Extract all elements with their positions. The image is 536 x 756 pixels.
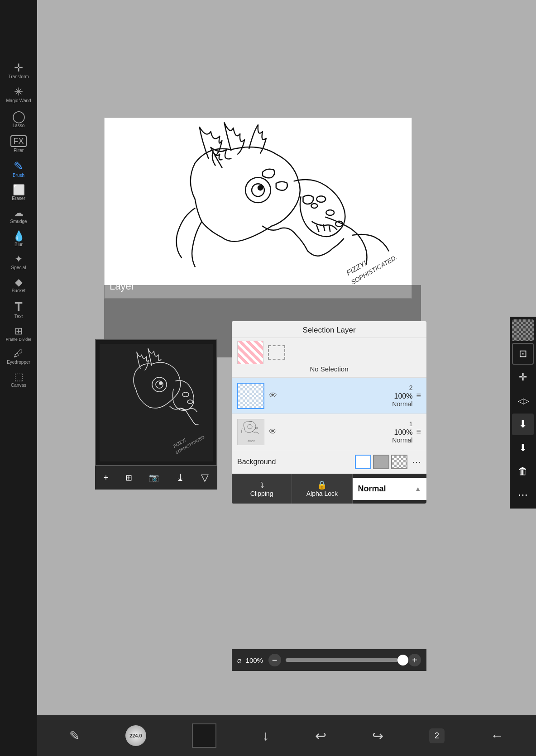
- thumbnail-preview-panel[interactable]: FIZZY! SOPHISTICATED.: [95, 339, 217, 466]
- layer-2-visibility-toggle[interactable]: 👁: [269, 391, 277, 400]
- color-swatch[interactable]: [192, 723, 216, 748]
- tool-transform[interactable]: ✛ Transform: [1, 59, 36, 83]
- blur-icon: 💧: [13, 231, 25, 241]
- filter-icon: FX: [10, 135, 26, 147]
- alpha-increase-button[interactable]: +: [408, 654, 421, 666]
- eyedropper-icon: 🖊: [14, 349, 24, 359]
- layer-1-menu-button[interactable]: ≡: [416, 427, 421, 437]
- svg-point-1: [252, 184, 264, 196]
- text-icon: T: [14, 300, 22, 313]
- alpha-slider-track[interactable]: [286, 658, 404, 662]
- merge-button[interactable]: ⤓: [174, 470, 186, 485]
- special-icon: ✦: [14, 254, 23, 264]
- eraser-icon: ⬜: [13, 185, 25, 195]
- tool-text[interactable]: T Text: [1, 297, 36, 323]
- redo-button[interactable]: ↪: [372, 728, 383, 744]
- add-layer-button[interactable]: +: [102, 471, 110, 485]
- reference-button[interactable]: ⊡: [512, 343, 534, 365]
- background-white-option[interactable]: [355, 455, 371, 469]
- selection-empty-indicator: [268, 345, 285, 360]
- background-row[interactable]: Background ⋯: [232, 450, 426, 474]
- more-options-button[interactable]: ⋯: [512, 484, 534, 506]
- layer-1-thumbnail: FIZZY!: [237, 419, 264, 445]
- tool-filter[interactable]: FX Filter: [1, 132, 36, 157]
- tool-blur[interactable]: 💧 Blur: [1, 228, 36, 251]
- layer-2-thumbnail: [237, 383, 264, 409]
- alpha-lock-button[interactable]: 🔒 Alpha Lock: [292, 474, 352, 504]
- background-color-options: [355, 455, 407, 469]
- tool-special[interactable]: ✦ Special: [1, 251, 36, 274]
- merge-down-button[interactable]: ⬇: [512, 414, 534, 435]
- move-canvas-button[interactable]: ✛: [512, 366, 534, 388]
- camera-button[interactable]: 📷: [147, 471, 161, 485]
- page-count-badge[interactable]: 2: [429, 728, 445, 743]
- alpha-slider-fill: [286, 658, 398, 662]
- brush-size-indicator[interactable]: 224.0: [125, 725, 146, 746]
- transparency-toggle-button[interactable]: [512, 319, 534, 341]
- right-panel-toolbar: ⊡ ✛ ◁▷ ⬇ ⬇ 🗑 ⋯: [510, 317, 536, 509]
- background-label: Background: [237, 458, 355, 466]
- blend-mode-button[interactable]: Normal ▲: [353, 478, 427, 500]
- tool-brush[interactable]: ✎ Brush: [1, 157, 36, 181]
- add-group-button[interactable]: ⊞: [124, 471, 134, 485]
- layer-1-visibility-toggle[interactable]: 👁: [269, 427, 277, 437]
- drawing-canvas[interactable]: FIZZY! SOPHISTICATED.: [104, 118, 412, 299]
- alpha-value: 100%: [246, 656, 264, 664]
- undo-icon: ↩: [315, 728, 326, 744]
- smudge-icon: ☁: [14, 208, 24, 218]
- selection-layer-row[interactable]: [232, 338, 426, 365]
- background-more-button[interactable]: ⋯: [412, 456, 421, 467]
- layers-panel: Selection Layer No Selection 👁 2 100% No…: [232, 321, 426, 504]
- blend-mode-chevron-icon: ▲: [415, 485, 421, 492]
- lasso-icon: ◯: [12, 110, 25, 122]
- layer-2-info: 2 100% Normal: [281, 384, 412, 408]
- main-canvas-area: FIZZY! SOPHISTICATED. Layer: [37, 0, 536, 756]
- svg-point-6: [311, 204, 317, 208]
- tool-magic-wand[interactable]: ✳ Magic Wand: [1, 83, 36, 107]
- export-button[interactable]: ⬇: [512, 437, 534, 459]
- tool-smudge[interactable]: ☁ Smudge: [1, 204, 36, 228]
- delete-layer-button[interactable]: 🗑: [512, 461, 534, 482]
- tool-frame-divider[interactable]: ⊞ Frame Divider: [1, 323, 36, 345]
- back-button[interactable]: ←: [490, 728, 504, 743]
- flip-horizontal-button[interactable]: ◁▷: [512, 390, 534, 412]
- bottom-navigation-bar: ✎ 224.0 ↓ ↩ ↪ 2 ←: [37, 715, 536, 756]
- tool-eraser[interactable]: ⬜ Eraser: [1, 181, 36, 204]
- flatten-button[interactable]: ▽: [199, 470, 211, 485]
- stylus-settings-button[interactable]: ✎: [69, 728, 80, 743]
- svg-point-2: [258, 185, 263, 190]
- clipping-icon: ⤵: [235, 480, 288, 490]
- svg-point-3: [316, 196, 325, 202]
- tool-bucket[interactable]: ◆ Bucket: [1, 274, 36, 297]
- undo-button[interactable]: ↩: [315, 728, 326, 744]
- svg-point-4: [326, 210, 334, 215]
- layer-2-row[interactable]: 👁 2 100% Normal ≡: [232, 377, 426, 414]
- alpha-slider-thumb[interactable]: [397, 655, 408, 666]
- clipping-button[interactable]: ⤵ Clipping: [232, 474, 292, 504]
- no-selection-label: No Selection: [310, 363, 348, 376]
- layer-2-menu-button[interactable]: ≡: [416, 391, 421, 400]
- alpha-lock-icon: 🔒: [296, 480, 348, 490]
- back-arrow-icon: ←: [490, 728, 504, 743]
- background-transparent-option[interactable]: [391, 455, 407, 469]
- thumbnail-content: FIZZY! SOPHISTICATED.: [96, 340, 216, 465]
- down-arrow-button[interactable]: ↓: [262, 728, 269, 743]
- magic-wand-icon: ✳: [14, 86, 23, 97]
- layer-overlay-label: Layer: [104, 277, 140, 296]
- svg-text:FIZZY!: FIZZY!: [248, 440, 255, 442]
- svg-point-0: [245, 177, 271, 203]
- tool-eyedropper[interactable]: 🖊 Eyedropper: [1, 345, 36, 368]
- redo-icon: ↪: [372, 728, 383, 744]
- thumbnail-toolbar: + ⊞ 📷 ⤓ ▽: [95, 466, 217, 490]
- tool-canvas[interactable]: ⬚ Canvas: [1, 368, 36, 391]
- layer-1-row[interactable]: FIZZY! 👁 1 100% Normal ≡: [232, 414, 426, 450]
- background-gray-option[interactable]: [373, 455, 389, 469]
- canvas-icon: ⬚: [14, 372, 24, 382]
- alpha-decrease-button[interactable]: −: [268, 654, 281, 666]
- alpha-slider-row: α 100% − +: [232, 649, 426, 671]
- tool-lasso[interactable]: ◯ Lasso: [1, 107, 36, 132]
- layers-bottom-bar: ⤵ Clipping 🔒 Alpha Lock Normal ▲: [232, 474, 426, 504]
- svg-point-12: [159, 382, 162, 385]
- down-arrow-icon: ↓: [262, 728, 269, 743]
- brush-icon: ✎: [14, 160, 24, 172]
